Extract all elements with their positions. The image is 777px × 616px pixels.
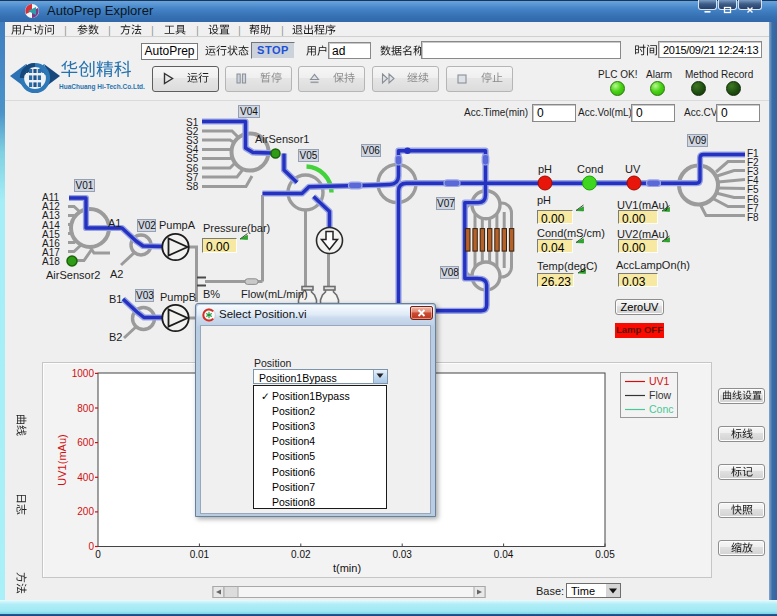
svg-text:UV1(mAu): UV1(mAu) [56, 434, 68, 485]
svg-text:0.03: 0.03 [392, 549, 412, 560]
svg-text:Flow: Flow [649, 389, 672, 401]
svg-text:Conc: Conc [649, 403, 674, 415]
svg-text:t(min): t(min) [333, 562, 361, 574]
svg-text:600: 600 [77, 437, 94, 448]
svg-text:800: 800 [77, 403, 94, 414]
svg-text:0.04: 0.04 [494, 549, 514, 560]
svg-text:0: 0 [88, 541, 94, 552]
svg-text:200: 200 [77, 506, 94, 517]
svg-text:UV1: UV1 [649, 375, 670, 387]
svg-text:0.05: 0.05 [595, 549, 615, 560]
svg-text:0: 0 [95, 549, 101, 560]
svg-text:0.01: 0.01 [190, 549, 210, 560]
svg-text:400: 400 [77, 472, 94, 483]
svg-text:1000: 1000 [72, 368, 95, 379]
svg-text:0.02: 0.02 [291, 549, 311, 560]
